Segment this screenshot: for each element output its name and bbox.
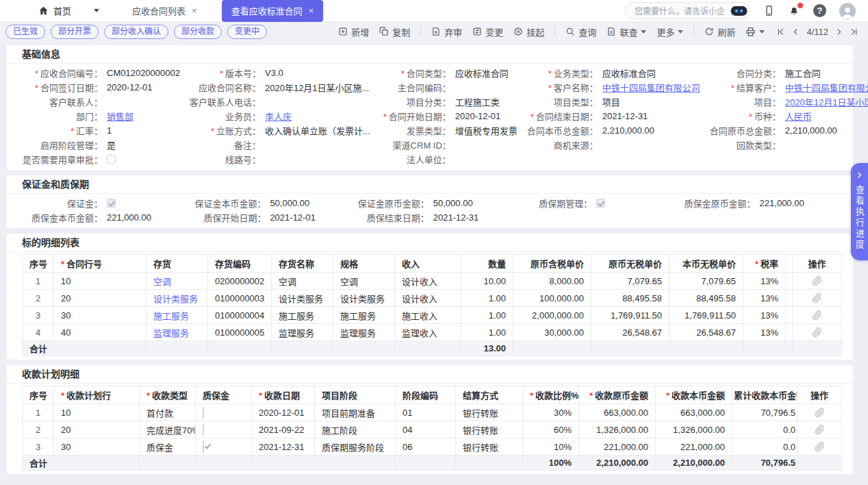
table-cell: 663,000.00 <box>579 404 656 421</box>
refresh-button[interactable]: 刷新 <box>704 25 735 38</box>
field-deposit-orig: 保证金原币金额：50,000.00 <box>348 196 511 210</box>
table-cell: 4 <box>23 324 54 341</box>
divider <box>420 27 421 36</box>
table-cell: 3 <box>23 438 54 456</box>
chevron-down-icon <box>678 30 683 34</box>
tab-label: 查看应收标准合同 <box>231 4 303 17</box>
column-header: 操作 <box>793 255 842 273</box>
attachment-button[interactable] <box>793 290 842 307</box>
field-settle-customer: *结算客户：中铁十四局集团有限公司 <box>700 80 868 95</box>
suspend-button[interactable]: 挂起 <box>513 25 544 38</box>
more-button[interactable]: 更多 <box>656 25 683 38</box>
attachment-button[interactable] <box>797 404 842 421</box>
field-crm-id: 渠道CRM ID： <box>370 138 518 152</box>
attachment-button[interactable] <box>793 324 842 341</box>
column-header: 原币含税单价 <box>513 255 591 273</box>
status-badge-partially-collected[interactable]: 部分收款 <box>174 25 222 39</box>
page-indicator: 4/112 <box>806 27 828 37</box>
field-warranty-end: 质保结束日期：2021-12-31 <box>348 210 511 225</box>
inventory-link[interactable]: 监理服务 <box>153 328 189 338</box>
table-cell: 40 <box>54 324 146 341</box>
last-page-icon[interactable] <box>850 27 858 36</box>
table-cell: 221,000.00 <box>656 438 732 456</box>
currency-link[interactable]: 人民币 <box>785 112 812 122</box>
field-end-date: *合同结束日期：2021-12-31 <box>518 109 700 123</box>
refresh-icon <box>704 27 714 36</box>
department-link[interactable]: 销售部 <box>107 112 133 122</box>
close-icon[interactable]: × <box>192 6 197 15</box>
column-header: 数量 <box>461 255 513 273</box>
avatar[interactable] <box>839 3 856 19</box>
change-button[interactable]: 变更 <box>472 25 503 38</box>
home-tab[interactable]: 首页 <box>38 4 99 17</box>
view-progress-tab[interactable]: 查看执行进度 <box>851 163 868 260</box>
customer-link[interactable]: 中铁十四局集团有限公司 <box>602 83 700 93</box>
notifications-button[interactable] <box>788 5 800 17</box>
project-link[interactable]: 2020年12月1日某小区施... <box>785 97 868 108</box>
paperclip-icon <box>812 276 822 286</box>
next-page-icon[interactable] <box>834 27 843 36</box>
prev-page-icon[interactable] <box>791 27 800 36</box>
status-badge-changing[interactable]: 变更中 <box>227 25 267 39</box>
tab-view-standard-contract[interactable]: 查看应收标准合同 × <box>222 0 324 22</box>
field-exchange-rate: *汇率：1 <box>22 123 180 138</box>
copy-icon <box>379 27 389 36</box>
paperclip-icon <box>812 327 822 338</box>
section-payment-plan: 收款计划明细 序号 *收款计划行 *收款类型 质保金 *收款日期 项目阶段 阶段… <box>7 365 853 474</box>
home-tab-label: 首页 <box>53 4 71 17</box>
assistant-search[interactable]: 您需要什么，请告诉小企 <box>625 2 750 19</box>
salesman-link[interactable]: 李人庆 <box>265 112 292 122</box>
table-row: 3 30 质保金 2021-12-31 质保期服务阶段 06 银行转账 10% … <box>23 438 842 456</box>
table-cell <box>196 421 252 438</box>
field-warranty-start: 质保开始日期：2021-12-01 <box>185 210 348 225</box>
field-customer-name: *客户名称：中铁十四局集团有限公司 <box>518 80 700 95</box>
retention-checkbox[interactable] <box>203 424 204 436</box>
table-cell: 30 <box>54 307 146 324</box>
print-button[interactable] <box>745 27 765 37</box>
status-badge-effective[interactable]: 已生效 <box>5 25 45 39</box>
help-button[interactable]: ? <box>813 4 826 17</box>
settle-customer-link[interactable]: 中铁十四局集团有限公司 <box>785 83 868 93</box>
column-header: 序号 <box>23 386 54 404</box>
table-cell: 2021-09-22 <box>252 421 315 438</box>
table-cell <box>196 404 252 421</box>
field-stage-mgmt: 启用阶段管理：是 <box>22 138 180 152</box>
attachment-button[interactable] <box>793 273 842 290</box>
copy-button[interactable]: 复制 <box>379 25 410 38</box>
column-header: *收款比例% <box>523 386 579 404</box>
spacer-cell <box>786 290 793 307</box>
topbar-right: 您需要什么，请告诉小企 ? <box>625 2 868 19</box>
attachment-button[interactable] <box>797 421 842 438</box>
section-title: 基础信息 <box>7 45 853 64</box>
linked-query-button[interactable]: 联查 <box>607 25 646 38</box>
attachment-button[interactable] <box>797 438 842 456</box>
table-cell: 0200000002 <box>208 273 272 290</box>
mobile-app-button[interactable] <box>763 5 775 16</box>
payment-plan-table: 序号 *收款计划行 *收款类型 质保金 *收款日期 项目阶段 阶段编码 结算方式… <box>22 386 842 471</box>
table-cell: 88,495.58 <box>591 290 669 307</box>
first-page-icon[interactable] <box>776 27 785 36</box>
tab-label: 应收合同列表 <box>132 4 186 17</box>
seal-approval-checkbox[interactable] <box>107 155 116 164</box>
tab-receivable-contract-list[interactable]: 应收合同列表 × <box>123 0 207 22</box>
required-asterisk: * <box>211 126 214 136</box>
inventory-link[interactable]: 施工服务 <box>153 311 189 321</box>
divider <box>693 27 694 36</box>
status-badge-partially-invoiced[interactable]: 部分开票 <box>51 25 99 39</box>
table-cell: 1.00 <box>461 324 513 341</box>
inventory-link[interactable]: 空调 <box>153 277 171 287</box>
close-icon[interactable]: × <box>309 6 314 15</box>
query-button[interactable]: 查询 <box>565 25 596 38</box>
retention-checkbox[interactable] <box>203 407 204 419</box>
inventory-link[interactable]: 设计类服务 <box>153 294 198 304</box>
required-asterisk: * <box>71 126 74 136</box>
table-cell: 0100000005 <box>208 324 272 341</box>
table-cell: 银行转账 <box>456 404 523 421</box>
add-button[interactable]: 新增 <box>338 25 369 38</box>
unapprove-button[interactable]: 弃审 <box>431 25 462 38</box>
attachment-button[interactable] <box>793 307 842 324</box>
chevron-down-icon <box>759 30 765 34</box>
status-badge-partial-revenue-confirmed[interactable]: 部分收入确认 <box>104 25 168 39</box>
table-cell: 04 <box>396 421 456 438</box>
table-cell: 13% <box>743 307 786 324</box>
